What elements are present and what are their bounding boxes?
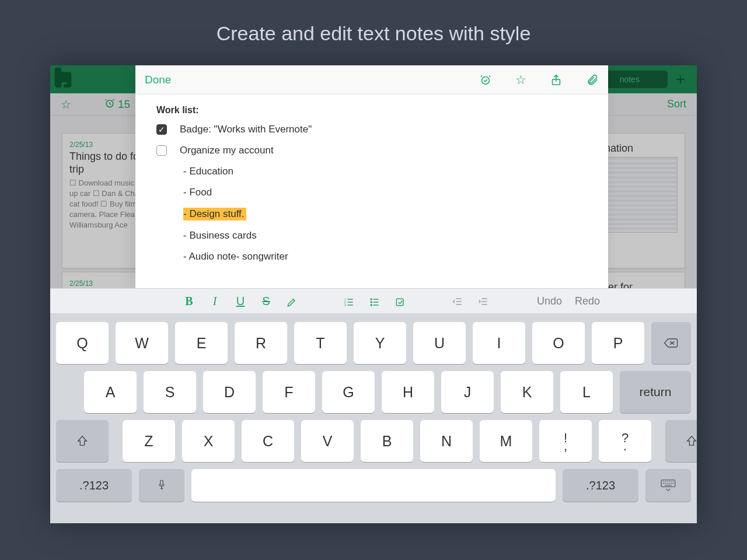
key-g[interactable]: G xyxy=(322,371,375,413)
share-icon[interactable] xyxy=(550,74,563,86)
key-question-period[interactable]: ?. xyxy=(599,420,651,462)
format-toolbar: B I U S 123 xyxy=(50,288,697,314)
checkbox-list-icon[interactable] xyxy=(388,294,413,307)
key-numbers-left[interactable]: .?123 xyxy=(56,469,132,502)
highlight-icon[interactable] xyxy=(279,294,305,307)
highlighted-text: - Design stuff. xyxy=(183,208,246,220)
key-dictation[interactable] xyxy=(139,469,184,502)
key-y[interactable]: Y xyxy=(354,322,406,364)
strikethrough-icon[interactable]: S xyxy=(253,295,279,308)
checkbox-unchecked-icon[interactable] xyxy=(156,145,167,156)
key-d[interactable]: D xyxy=(203,371,256,413)
marketing-headline: Create and edit text notes with style xyxy=(0,0,747,45)
key-backspace[interactable] xyxy=(651,322,691,364)
keyboard-row: .?123 .?123 xyxy=(56,469,691,502)
note-heading: Work list: xyxy=(156,105,587,116)
undo-button[interactable]: Undo xyxy=(537,295,562,307)
ipad-screenshot: notes + ☆ 15 Sort 2/25/13 Things to do f… xyxy=(50,65,697,523)
key-w[interactable]: W xyxy=(116,322,168,364)
note-subitem: - Audio note- songwriter xyxy=(183,251,587,262)
done-button[interactable]: Done xyxy=(145,74,171,86)
key-j[interactable]: J xyxy=(441,371,494,413)
key-a[interactable]: A xyxy=(84,371,137,413)
key-n[interactable]: N xyxy=(420,420,473,462)
keyboard-row: Z X C V B N M !, ?. xyxy=(56,420,691,462)
bullet-list-icon[interactable] xyxy=(362,294,388,307)
key-shift-left[interactable] xyxy=(56,420,109,462)
key-m[interactable]: M xyxy=(480,420,532,462)
note-content[interactable]: Work list: ✓ Badge: "Works with Evernote… xyxy=(135,94,608,262)
editor-toolbar: Done ☆ xyxy=(135,65,608,94)
key-numbers-right[interactable]: .?123 xyxy=(563,469,638,502)
note-subitem: - Education xyxy=(183,166,587,177)
italic-icon[interactable]: I xyxy=(202,295,228,308)
key-exclaim-comma[interactable]: !, xyxy=(539,420,592,462)
key-u[interactable]: U xyxy=(413,322,466,364)
key-z[interactable]: Z xyxy=(123,420,175,462)
numbered-list-icon[interactable]: 123 xyxy=(336,294,362,307)
note-subitem: - Design stuff. xyxy=(183,208,587,220)
outdent-icon[interactable] xyxy=(445,295,470,307)
key-r[interactable]: R xyxy=(235,322,287,364)
onscreen-keyboard: Q W E R T Y U I O P A S D F G H J K L re… xyxy=(50,314,697,523)
key-q[interactable]: Q xyxy=(56,322,109,364)
svg-rect-10 xyxy=(160,480,163,485)
star-icon[interactable]: ☆ xyxy=(515,73,526,87)
bold-icon[interactable]: B xyxy=(176,295,202,308)
key-c[interactable]: C xyxy=(242,420,294,462)
attachment-icon[interactable] xyxy=(586,74,599,86)
add-note-icon[interactable]: + xyxy=(676,70,685,89)
svg-text:3: 3 xyxy=(344,303,346,306)
key-v[interactable]: V xyxy=(301,420,354,462)
underline-icon[interactable]: U xyxy=(228,295,253,308)
keyboard-row: A S D F G H J K L return xyxy=(56,371,691,413)
key-space[interactable] xyxy=(191,469,556,502)
notebook-pill[interactable]: notes xyxy=(603,71,668,88)
checklist-item-label: Badge: "Works with Evernote" xyxy=(180,124,312,135)
sort-button[interactable]: Sort xyxy=(667,98,686,110)
key-x[interactable]: X xyxy=(182,420,235,462)
key-e[interactable]: E xyxy=(175,322,228,364)
indent-icon[interactable] xyxy=(470,295,496,307)
key-h[interactable]: H xyxy=(382,371,434,413)
key-t[interactable]: T xyxy=(294,322,347,364)
keyboard-row: Q W E R T Y U I O P xyxy=(56,322,691,364)
svg-point-8 xyxy=(371,304,372,306)
key-shift-right[interactable] xyxy=(665,420,697,462)
svg-point-7 xyxy=(371,302,372,303)
reminder-count: 15 xyxy=(118,98,130,111)
key-k[interactable]: K xyxy=(501,371,553,413)
note-editor-panel: Done ☆ Work list: ✓ Badge: "Works with E… xyxy=(135,65,608,288)
key-i[interactable]: I xyxy=(473,322,525,364)
note-subitem: - Food xyxy=(183,187,587,198)
key-l[interactable]: L xyxy=(560,371,613,413)
svg-rect-9 xyxy=(396,299,403,306)
evernote-logo-icon xyxy=(50,65,77,95)
key-b[interactable]: B xyxy=(361,420,413,462)
redo-button[interactable]: Redo xyxy=(575,295,600,307)
star-filter-icon[interactable]: ☆ xyxy=(61,97,71,111)
checkbox-checked-icon[interactable]: ✓ xyxy=(156,124,167,135)
key-p[interactable]: P xyxy=(592,322,644,364)
checklist-item[interactable]: Organize my account xyxy=(156,145,587,156)
key-s[interactable]: S xyxy=(144,371,196,413)
key-o[interactable]: O xyxy=(532,322,585,364)
key-hide-keyboard[interactable] xyxy=(645,469,691,502)
key-return[interactable]: return xyxy=(620,371,691,413)
key-f[interactable]: F xyxy=(263,371,315,413)
note-sublist: - Education - Food - Design stuff. - Bus… xyxy=(183,166,587,262)
svg-point-6 xyxy=(371,299,372,300)
reminder-icon[interactable] xyxy=(479,74,492,86)
checklist-item[interactable]: ✓ Badge: "Works with Evernote" xyxy=(156,124,587,135)
reminder-filter-icon[interactable] xyxy=(104,97,116,112)
note-subitem: - Business cards xyxy=(183,230,587,242)
checklist-item-label: Organize my account xyxy=(180,145,274,156)
